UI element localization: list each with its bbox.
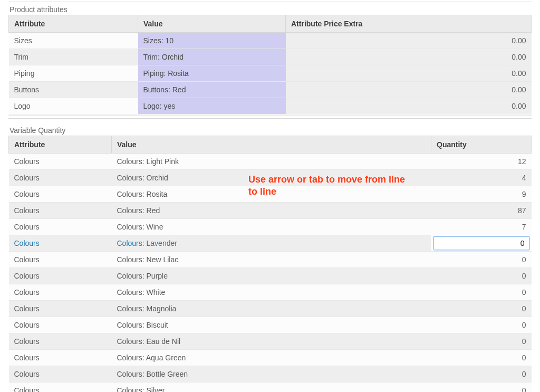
attr-cell[interactable]: Colours (9, 350, 112, 366)
extra-cell[interactable]: 0.00 (286, 65, 532, 82)
attr-cell[interactable]: Colours (9, 383, 112, 393)
value-cell[interactable]: Colours: Eau de Nil (112, 333, 431, 350)
value-cell[interactable]: Piping: Rosita (138, 65, 286, 82)
quantity-cell[interactable]: 87 (431, 203, 532, 219)
attr-cell[interactable]: Colours (9, 170, 112, 186)
quantity-cell[interactable]: 0 (431, 350, 532, 366)
value-cell[interactable]: Colours: Aqua Green (112, 350, 431, 366)
quantity-cell[interactable]: 0 (431, 268, 532, 284)
extra-cell[interactable]: 0.00 (286, 33, 532, 49)
value-cell[interactable]: Colours: Bottle Green (112, 366, 431, 383)
attr-cell[interactable]: Colours (9, 154, 112, 170)
table-row[interactable]: ColoursColours: Light Pink12 (9, 154, 532, 170)
extra-cell[interactable]: 0.00 (286, 49, 532, 65)
attr-cell[interactable]: Colours (9, 203, 112, 219)
value-cell[interactable]: Colours: Red (112, 203, 431, 219)
value-cell[interactable]: Colours: Purple (112, 268, 431, 284)
quantity-cell[interactable]: 7 (431, 219, 532, 235)
value-cell[interactable]: Trim: Orchid (138, 49, 286, 65)
col-header-attribute[interactable]: Attribute (9, 136, 112, 154)
attr-cell[interactable]: Colours (9, 317, 112, 333)
value-cell[interactable]: Colours: White (112, 284, 431, 301)
quantity-cell[interactable]: 0 (431, 383, 532, 393)
value-cell[interactable]: Buttons: Red (138, 82, 286, 98)
table-row[interactable]: ColoursColours: Purple0 (9, 268, 532, 284)
attr-cell[interactable]: Colours (9, 268, 112, 284)
quantity-cell[interactable]: 0 (431, 366, 532, 383)
attr-cell[interactable]: Piping (9, 65, 138, 82)
product-attributes-title: Product attributes (9, 5, 532, 14)
attr-cell[interactable]: Colours (9, 366, 112, 383)
attr-cell[interactable]: Colours (9, 219, 112, 235)
value-cell[interactable]: Colours: Rosita (112, 186, 431, 203)
extra-cell[interactable]: 0.00 (286, 98, 532, 114)
product-attributes-table: Attribute Value Attribute Price Extra Si… (8, 15, 532, 114)
table-row[interactable]: ColoursColours: Eau de Nil0 (9, 333, 532, 350)
table-row[interactable]: ColoursColours: Lavender (9, 235, 532, 252)
table-row[interactable]: ColoursColours: White0 (9, 284, 532, 301)
quantity-cell[interactable]: 0 (431, 333, 532, 350)
quantity-cell[interactable]: 0 (431, 252, 532, 268)
value-cell[interactable]: Colours: New Lilac (112, 252, 431, 268)
quantity-input[interactable] (433, 236, 529, 250)
table-row[interactable]: ColoursColours: Bottle Green0 (9, 366, 532, 383)
attr-cell[interactable]: Colours (9, 284, 112, 301)
variable-quantity-title: Variable Quantity (9, 126, 532, 135)
attr-cell[interactable]: Buttons (9, 82, 138, 98)
attr-cell[interactable]: Colours (9, 235, 112, 252)
attr-cell[interactable]: Colours (9, 301, 112, 317)
value-cell[interactable]: Sizes: 10 (138, 33, 286, 49)
table-row[interactable]: ColoursColours: Magnolia0 (9, 301, 532, 317)
table-row[interactable]: ColoursColours: Wine7 (9, 219, 532, 235)
variable-quantity-table: Attribute Value Quantity ColoursColours:… (8, 136, 532, 392)
quantity-cell[interactable]: 9 (431, 186, 532, 203)
value-cell[interactable]: Colours: Silver (112, 383, 431, 393)
attr-cell[interactable]: Colours (9, 333, 112, 350)
extra-cell[interactable]: 0.00 (286, 82, 532, 98)
col-header-value[interactable]: Value (112, 136, 431, 154)
attr-cell[interactable]: Sizes (9, 33, 138, 49)
value-cell[interactable]: Colours: Light Pink (112, 154, 431, 170)
quantity-cell[interactable]: 0 (431, 317, 532, 333)
table-row[interactable]: ColoursColours: Red87 (9, 203, 532, 219)
attr-cell[interactable]: Trim (9, 49, 138, 65)
table-row[interactable]: LogoLogo: yes0.00 (9, 98, 532, 114)
col-header-extra[interactable]: Attribute Price Extra (286, 15, 532, 33)
col-header-quantity[interactable]: Quantity (431, 136, 532, 154)
quantity-cell[interactable]: 0 (431, 301, 532, 317)
value-cell[interactable]: Colours: Orchid (112, 170, 431, 186)
table-row[interactable]: PipingPiping: Rosita0.00 (9, 65, 532, 82)
value-cell[interactable]: Colours: Lavender (112, 235, 431, 252)
value-cell[interactable]: Colours: Biscuit (112, 317, 431, 333)
table-row[interactable]: ColoursColours: Orchid4 (9, 170, 532, 186)
attr-cell[interactable]: Colours (9, 186, 112, 203)
table-row[interactable]: SizesSizes: 100.00 (9, 33, 532, 49)
table-row[interactable]: ColoursColours: Aqua Green0 (9, 350, 532, 366)
col-header-attribute[interactable]: Attribute (9, 15, 138, 33)
quantity-cell[interactable]: 12 (431, 154, 532, 170)
quantity-cell[interactable]: 4 (431, 170, 532, 186)
value-cell[interactable]: Colours: Wine (112, 219, 431, 235)
table-row[interactable]: ColoursColours: Silver0 (9, 383, 532, 393)
value-cell[interactable]: Logo: yes (138, 98, 286, 114)
quantity-cell[interactable]: 0 (431, 284, 532, 301)
table-row[interactable]: ColoursColours: Rosita9 (9, 186, 532, 203)
col-header-value[interactable]: Value (138, 15, 286, 33)
table-row[interactable]: TrimTrim: Orchid0.00 (9, 49, 532, 65)
table-row[interactable]: ColoursColours: Biscuit0 (9, 317, 532, 333)
table-row[interactable]: ButtonsButtons: Red0.00 (9, 82, 532, 98)
quantity-cell[interactable] (431, 235, 532, 252)
attr-cell[interactable]: Colours (9, 252, 112, 268)
value-cell[interactable]: Colours: Magnolia (112, 301, 431, 317)
table-row[interactable]: ColoursColours: New Lilac0 (9, 252, 532, 268)
attr-cell[interactable]: Logo (9, 98, 138, 114)
